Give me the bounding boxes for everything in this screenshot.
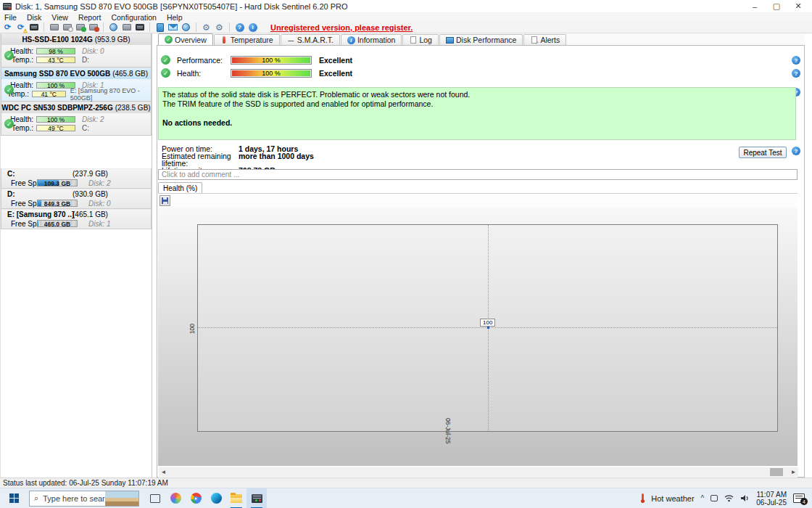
partition-item-e[interactable]: E: [Samsung 870 ..](465.1 GB) Free Space… bbox=[1, 209, 152, 229]
menu-view[interactable]: View bbox=[51, 13, 68, 22]
clock[interactable]: 11:07 AM 06-Jul-25 bbox=[756, 491, 787, 507]
printer-disk-icon[interactable] bbox=[134, 22, 145, 33]
weather-text[interactable]: Hot weather bbox=[651, 494, 694, 503]
temp-bar: 41 °C bbox=[32, 91, 66, 97]
surface-test-icon[interactable] bbox=[28, 22, 39, 33]
task-view-button[interactable] bbox=[145, 488, 165, 508]
tab-smart[interactable]: —S.M.A.R.T. bbox=[281, 34, 340, 45]
comment-input[interactable]: Click to add comment ... bbox=[158, 169, 798, 180]
disk-item-samsung-selected[interactable]: Samsung SSD 870 EVO 500GB(465.8 GB) ✓ He… bbox=[1, 67, 152, 102]
disk-number: Disk: 0 bbox=[82, 47, 104, 55]
tab-alerts[interactable]: Alerts bbox=[523, 34, 566, 45]
copilot-button[interactable] bbox=[165, 488, 186, 508]
help-performance-icon[interactable]: ? bbox=[792, 56, 801, 65]
edge-button[interactable] bbox=[206, 488, 226, 508]
disk-item-hs-ssd[interactable]: HS-SSD-E100 1024G(953.9 GB) ✓ Health: 98… bbox=[1, 33, 152, 67]
minimize-button[interactable]: – bbox=[744, 0, 766, 12]
menu-report[interactable]: Report bbox=[78, 13, 102, 22]
disk-clock-icon[interactable] bbox=[62, 22, 72, 33]
settings-icon[interactable]: ⚙ bbox=[201, 22, 212, 33]
search-highlight-image[interactable] bbox=[105, 491, 138, 506]
info-icon[interactable]: i bbox=[247, 22, 258, 33]
disk-search-icon[interactable] bbox=[88, 22, 99, 33]
chrome-button[interactable] bbox=[186, 488, 206, 508]
online-check-icon[interactable] bbox=[181, 22, 191, 33]
performance-label: Performance: bbox=[177, 56, 220, 65]
repeat-test-button[interactable]: Repeat Test bbox=[739, 147, 787, 158]
notification-center-icon[interactable]: 4 bbox=[793, 493, 805, 503]
sound-settings-icon[interactable]: ⚙ bbox=[214, 22, 225, 33]
speaker-icon[interactable] bbox=[740, 494, 750, 502]
disk-number: Disk: 1 bbox=[88, 220, 111, 228]
taskbar-search-input[interactable]: ⌕ Type here to search bbox=[29, 491, 139, 507]
health-chart-panel: 100 100 06-Jul-25 ◄ ► bbox=[158, 193, 798, 478]
copilot-icon bbox=[170, 493, 181, 504]
tray-chevron-icon[interactable]: ^ bbox=[701, 494, 705, 502]
scroll-right-arrow[interactable]: ► bbox=[789, 467, 798, 477]
scroll-track[interactable] bbox=[168, 467, 789, 477]
menu-file[interactable]: File bbox=[4, 13, 17, 22]
start-button[interactable] bbox=[0, 488, 29, 508]
partition-item-c[interactable]: C:(237.9 GB) Free Space 109.3 GB Disk: 2 bbox=[1, 168, 152, 189]
email-icon[interactable] bbox=[167, 22, 178, 33]
disk-item-wdc[interactable]: WDC PC SN530 SDBPMPZ-256G(238.5 GB) ✓ He… bbox=[1, 102, 152, 136]
help-health-icon[interactable]: ? bbox=[792, 69, 801, 78]
disk-eject-icon[interactable] bbox=[121, 22, 132, 33]
tab-health-chart[interactable]: Health (%) bbox=[158, 182, 202, 193]
free-space-bar: 109.3 GB bbox=[37, 179, 78, 187]
file-explorer-button[interactable] bbox=[226, 488, 246, 508]
app-icon bbox=[3, 3, 12, 10]
folder-icon bbox=[231, 494, 242, 503]
disk-icon[interactable] bbox=[49, 22, 59, 33]
tab-overview[interactable]: ✓Overview bbox=[158, 33, 213, 45]
scroll-left-arrow[interactable]: ◄ bbox=[159, 467, 168, 477]
partition-item-d[interactable]: D:(930.9 GB) Free Space 849.3 GB Disk: 0 bbox=[1, 189, 152, 209]
chart-plot: 100 bbox=[197, 224, 778, 432]
close-button[interactable]: ✕ bbox=[787, 0, 809, 12]
drive-letter: E: [Samsung 870 EVO - 500GB] bbox=[70, 87, 151, 102]
disk-status-ok-icon: ✓ bbox=[4, 51, 14, 60]
menu-configuration[interactable]: Configuration bbox=[111, 13, 156, 22]
performance-bar: 100 % bbox=[231, 56, 312, 65]
refresh-warning-icon[interactable]: ⟳ bbox=[15, 22, 26, 33]
disk-sidebar: HS-SSD-E100 1024G(953.9 GB) ✓ Health: 98… bbox=[0, 33, 152, 478]
wifi-icon[interactable] bbox=[724, 494, 734, 502]
check-icon: ✓ bbox=[165, 36, 173, 44]
tab-temperature[interactable]: Temperature bbox=[214, 34, 280, 45]
health-chart-area: 100 100 06-Jul-25 bbox=[158, 208, 798, 466]
disk-size: (465.8 GB) bbox=[112, 70, 148, 78]
network-disk-icon[interactable] bbox=[108, 22, 119, 33]
menu-disk[interactable]: Disk bbox=[27, 13, 41, 22]
help-repeat-test-icon[interactable]: ? bbox=[792, 147, 801, 155]
disk-size: (953.9 GB) bbox=[95, 36, 130, 44]
menu-help[interactable]: Help bbox=[167, 13, 183, 22]
help-icon[interactable]: ? bbox=[234, 22, 245, 33]
search-placeholder: Type here to search bbox=[43, 494, 113, 503]
data-point-marker bbox=[487, 327, 489, 329]
menu-bar: File Disk View Report Configuration Help bbox=[0, 13, 812, 22]
floppy-icon bbox=[162, 197, 168, 204]
restore-button[interactable]: ▢ bbox=[766, 0, 787, 12]
refresh-icon[interactable]: ⟳ bbox=[2, 22, 13, 33]
report-icon[interactable] bbox=[154, 22, 165, 33]
save-chart-button[interactable] bbox=[160, 195, 170, 206]
disk-check-icon[interactable] bbox=[75, 22, 86, 33]
free-space-value: 465.0 GB bbox=[38, 221, 77, 227]
free-space-value: 109.3 GB bbox=[38, 180, 77, 187]
tab-information[interactable]: iInformation bbox=[341, 34, 402, 45]
register-link[interactable]: Unregistered version, please register. bbox=[270, 23, 413, 32]
overview-content: ✓ Performance: 100 % Excellent ✓ Health:… bbox=[157, 45, 805, 478]
tab-disk-performance[interactable]: Disk Performance bbox=[439, 34, 523, 45]
tab-log[interactable]: Log bbox=[402, 34, 439, 45]
hdsentinel-taskbar-button[interactable] bbox=[246, 488, 267, 508]
tray-app-icon[interactable] bbox=[710, 495, 718, 501]
data-point-label: 100 bbox=[480, 319, 495, 327]
disk-number: Disk: 0 bbox=[88, 200, 111, 208]
scroll-thumb[interactable] bbox=[770, 468, 783, 476]
drive-letter: C: bbox=[82, 124, 89, 132]
free-space-value: 849.3 GB bbox=[38, 200, 77, 207]
toolbar-separator bbox=[44, 22, 44, 32]
temp-bar: 49 °C bbox=[36, 125, 75, 131]
chart-hscrollbar[interactable]: ◄ ► bbox=[159, 467, 798, 477]
page-icon bbox=[409, 36, 417, 44]
